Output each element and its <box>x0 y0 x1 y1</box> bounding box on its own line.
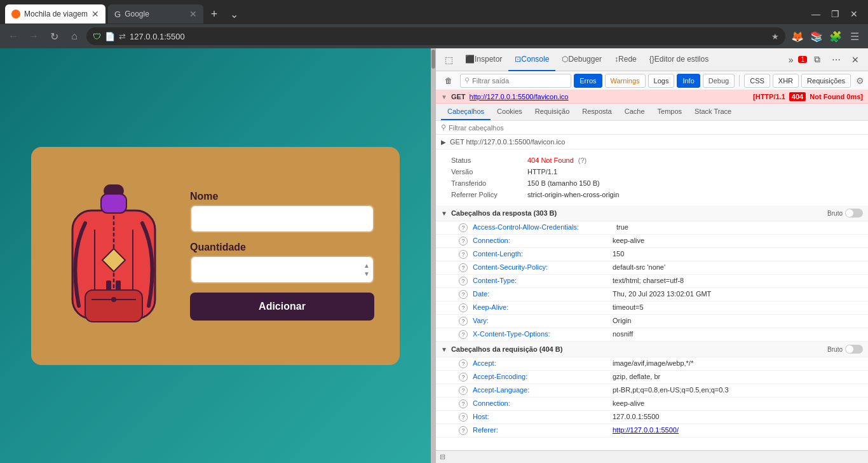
req-help-icon-5[interactable]: ? <box>459 426 468 435</box>
req-help-icon-0[interactable]: ? <box>459 359 468 368</box>
debugger-icon: ⬡ <box>562 55 568 64</box>
filter-xhr-button[interactable]: XHR <box>773 74 799 88</box>
filter-separator <box>739 75 740 86</box>
qty-down-button[interactable]: ▼ <box>362 270 372 278</box>
tab-bar: Mochila de viagem ✕ G Google ✕ + ⌄ — ❐ ✕ <box>0 0 868 24</box>
help-icon-8[interactable]: ? <box>459 330 468 339</box>
devtools-more-button[interactable]: ⋯ <box>827 51 845 69</box>
sub-tab-cabecalhos[interactable]: Cabeçalhos <box>441 104 491 120</box>
filter-erros-button[interactable]: Erros <box>574 74 602 88</box>
page-scroll-thumb[interactable] <box>431 50 435 69</box>
tab-overflow-button[interactable]: ⌄ <box>230 8 238 20</box>
request-url[interactable]: http://127.0.0.1:5500/favicon.ico <box>470 93 750 100</box>
req-help-icon-4[interactable]: ? <box>459 413 468 422</box>
help-icon-6[interactable]: ? <box>459 303 468 312</box>
req-header-value-0: image/avif,image/webp,*/* <box>613 359 693 368</box>
close-window-button[interactable]: ✕ <box>845 5 863 23</box>
header-name-8: X-Content-Type-Options: <box>473 330 613 339</box>
page-scrollbar[interactable] <box>431 48 436 463</box>
qty-up-button[interactable]: ▲ <box>362 262 372 270</box>
req-header-value-5[interactable]: http://127.0.0.1:5500/ <box>613 426 679 435</box>
devtools-close-button[interactable]: ✕ <box>846 51 864 69</box>
devtools-pick-element-button[interactable]: ⬚ <box>440 51 458 69</box>
sub-tab-resposta[interactable]: Resposta <box>576 104 618 120</box>
tab-editor[interactable]: {} Editor de estilos <box>643 48 715 71</box>
help-icon-7[interactable]: ? <box>459 317 468 326</box>
refresh-button[interactable]: ↻ <box>46 28 62 45</box>
status-help-icon[interactable]: (?) <box>578 156 587 164</box>
req-help-icon-1[interactable]: ? <box>459 373 468 382</box>
sub-tab-cookies[interactable]: Cookies <box>491 104 529 120</box>
req-header-row-1: ? Accept-Encoding: gzip, deflate, br <box>436 371 868 384</box>
sub-tab-stacktrace[interactable]: Stack Trace <box>688 104 738 120</box>
menu-button[interactable]: ☰ <box>846 28 863 45</box>
browser-chrome: Mochila de viagem ✕ G Google ✕ + ⌄ — ❐ ✕… <box>0 0 868 48</box>
forward-button[interactable]: → <box>25 28 42 45</box>
help-icon-0[interactable]: ? <box>459 223 468 232</box>
firefox-account-icon[interactable]: 🦊 <box>789 28 806 45</box>
extensions-icon[interactable]: 🧩 <box>827 28 844 45</box>
split-console-icon[interactable]: ⊟ <box>440 453 445 461</box>
tab-mochila[interactable]: Mochila de viagem ✕ <box>5 4 105 24</box>
address-bar[interactable]: 🛡 📄 ⇄ 127.0.0.1:5500 ★ <box>86 27 785 45</box>
more-devtools-tabs-button[interactable]: » <box>786 55 796 65</box>
response-headers-list: ? Access-Control-Allow-Credentials: true… <box>436 221 868 342</box>
sub-tab-requisicao[interactable]: Requisição <box>529 104 576 120</box>
tab-close-google[interactable]: ✕ <box>189 9 197 19</box>
req-help-icon-3[interactable]: ? <box>459 399 468 408</box>
help-icon-5[interactable]: ? <box>459 290 468 299</box>
home-button[interactable]: ⌂ <box>66 28 83 45</box>
request-row[interactable]: ▼ GET http://127.0.0.1:5500/favicon.ico … <box>436 90 868 104</box>
request-headers-section[interactable]: ▼ Cabeçalhos da requisição (404 B) Bruto <box>436 342 868 357</box>
transferido-row: Transferido 150 B (tamanho 150 B) <box>451 177 853 189</box>
header-name-7: Vary: <box>473 317 613 326</box>
filter-input[interactable] <box>472 77 567 85</box>
nome-field-group: Nome <box>190 191 374 233</box>
filter-requisicoes-button[interactable]: Requisições <box>801 74 851 88</box>
quantidade-input[interactable] <box>190 256 374 284</box>
tab-rede[interactable]: ↕ Rede <box>608 48 643 71</box>
header-value-0: true <box>616 223 628 232</box>
filter-debug-button[interactable]: Debug <box>703 74 735 88</box>
tab-debugger[interactable]: ⬡ Debugger <box>555 48 608 71</box>
bruto-toggle-switch-req[interactable] <box>845 345 863 354</box>
tab-inspetor[interactable]: ⬛ Inspetor <box>459 48 508 71</box>
tab-close-mochila[interactable]: ✕ <box>92 9 99 19</box>
response-headers-section[interactable]: ▼ Cabeçalhos da resposta (303 B) Bruto <box>436 205 868 221</box>
filter-css-button[interactable]: CSS <box>744 74 770 88</box>
response-headers-bruto-toggle[interactable]: Bruto <box>827 209 863 218</box>
back-button[interactable]: ← <box>5 28 22 45</box>
new-tab-button[interactable]: + <box>206 6 222 22</box>
request-expand-arrow[interactable]: ▼ <box>441 93 447 100</box>
filter-logs-button[interactable]: Logs <box>648 74 675 88</box>
tab-console[interactable]: ⊡ Console <box>508 48 555 71</box>
filter-info-button[interactable]: Info <box>677 74 700 88</box>
bruto-toggle-switch[interactable] <box>845 209 863 218</box>
help-icon-1[interactable]: ? <box>459 237 468 245</box>
help-icon-2[interactable]: ? <box>459 250 468 259</box>
sub-tab-cache[interactable]: Cache <box>618 104 651 120</box>
get-expand-row[interactable]: ▶ GET http://127.0.0.1:5500/favicon.ico <box>436 135 868 149</box>
help-icon-4[interactable]: ? <box>459 277 468 286</box>
devtools-layout-button[interactable]: ⧉ <box>808 51 826 69</box>
headers-filter-input[interactable] <box>449 124 863 132</box>
sub-tab-tempos[interactable]: Tempos <box>651 104 689 120</box>
req-header-value-3: keep-alive <box>613 399 644 408</box>
nome-input[interactable] <box>190 205 374 233</box>
filter-warnings-button[interactable]: Warnings <box>605 74 646 88</box>
form-area: Nome Quantidade ▲ ▼ Adicionar <box>190 191 374 321</box>
headers-filter-icon: ⚲ <box>441 123 446 132</box>
tab-google[interactable]: G Google ✕ <box>108 4 203 24</box>
bookmark-icon[interactable]: ★ <box>771 32 779 41</box>
console-settings-icon[interactable]: ⚙ <box>856 76 864 86</box>
minimize-button[interactable]: — <box>807 5 825 23</box>
bookmarks-icon[interactable]: 📚 <box>808 28 825 45</box>
help-icon-3[interactable]: ? <box>459 263 468 272</box>
req-help-icon-2[interactable]: ? <box>459 386 468 395</box>
req-header-name-5: Referer: <box>473 426 613 435</box>
referrer-key: Referrer Policy <box>451 191 527 198</box>
clear-console-button[interactable]: 🗑 <box>440 72 458 90</box>
request-headers-bruto-toggle[interactable]: Bruto <box>827 345 863 354</box>
adicionar-button[interactable]: Adicionar <box>190 293 374 321</box>
maximize-button[interactable]: ❐ <box>826 5 844 23</box>
